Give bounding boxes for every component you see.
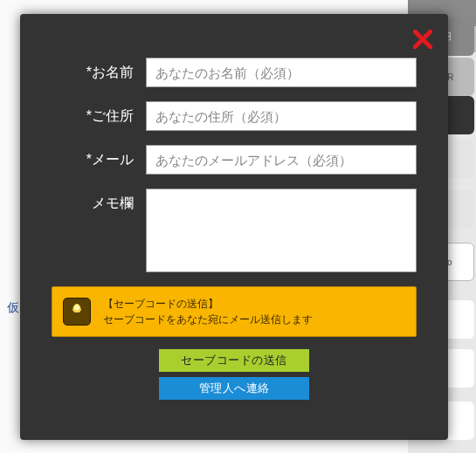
memo-textarea[interactable] <box>146 189 417 272</box>
field-row-name: *お名前 <box>52 58 417 87</box>
email-label: *メール <box>52 145 146 169</box>
button-stack: セーブコードの送信 管理人へ連絡 <box>52 349 417 400</box>
bg-text-fragment: 仮 <box>7 300 21 321</box>
info-box: 【セーブコードの送信】 セーブコードをあなた宛にメール送信します <box>52 286 417 337</box>
lightbulb-icon <box>63 298 91 326</box>
contact-admin-button[interactable]: 管理人へ連絡 <box>159 377 309 400</box>
save-code-modal: *お名前 *ご住所 *メール メモ欄 【セーブコードの送信】 セーブコードをあな… <box>20 14 448 440</box>
close-icon[interactable] <box>413 30 432 49</box>
email-input[interactable] <box>146 145 417 175</box>
address-label: *ご住所 <box>52 101 146 126</box>
field-row-email: *メール <box>52 145 417 175</box>
name-input[interactable] <box>146 58 417 87</box>
memo-label: メモ欄 <box>52 189 146 213</box>
info-line-2: セーブコードをあなた宛にメール送信します <box>103 312 313 327</box>
address-input[interactable] <box>146 101 417 131</box>
send-save-code-button[interactable]: セーブコードの送信 <box>159 349 309 372</box>
name-label: *お名前 <box>52 58 146 82</box>
field-row-memo: メモ欄 <box>52 189 417 272</box>
info-text: 【セーブコードの送信】 セーブコードをあなた宛にメール送信します <box>103 296 313 327</box>
field-row-address: *ご住所 <box>52 101 417 131</box>
info-line-1: 【セーブコードの送信】 <box>103 296 313 312</box>
